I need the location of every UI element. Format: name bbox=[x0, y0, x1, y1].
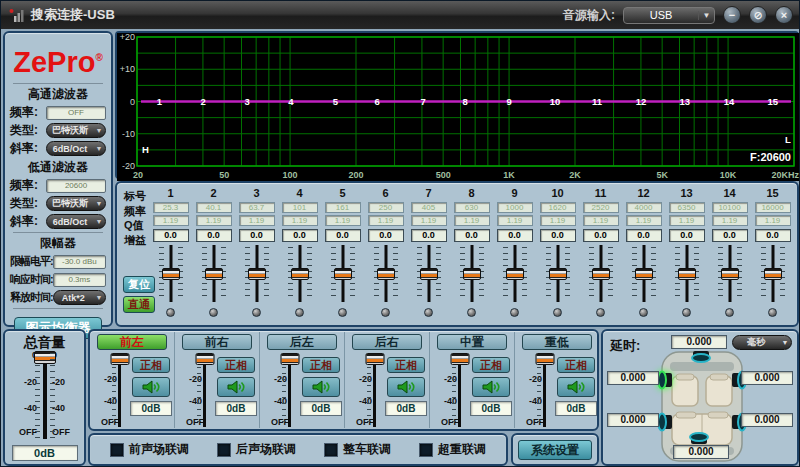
eq-band-frequency-field[interactable]: 161 bbox=[325, 202, 361, 213]
phase-button[interactable]: 正相 bbox=[132, 357, 170, 373]
slider-handle[interactable] bbox=[764, 268, 782, 280]
lpf-slope-select[interactable]: 6dB/Oct ▼ bbox=[46, 214, 106, 229]
eq-band-frequency-field[interactable]: 101 bbox=[282, 202, 318, 213]
slider-handle[interactable] bbox=[195, 353, 214, 365]
speaker-icon-rear-left[interactable] bbox=[657, 411, 673, 433]
channel-gain-value[interactable]: 0dB bbox=[385, 401, 427, 416]
speaker-mute-button[interactable] bbox=[557, 377, 595, 397]
lpf-freq-field[interactable]: 20600 bbox=[46, 179, 106, 193]
eq-band-indicator[interactable] bbox=[510, 308, 519, 317]
speaker-mute-button[interactable] bbox=[387, 377, 425, 397]
eq-band-indicator[interactable] bbox=[553, 308, 562, 317]
eq-band-frequency-field[interactable]: 4000 bbox=[626, 202, 662, 213]
delay-field-rear-right[interactable]: 0.000 bbox=[741, 413, 793, 427]
eq-band-q-field[interactable]: 1.19 bbox=[454, 215, 490, 226]
disconnect-button[interactable]: ⊘ bbox=[749, 6, 767, 24]
eq-band-gain-field[interactable]: 0.0 bbox=[626, 229, 662, 242]
eq-band-indicator[interactable] bbox=[338, 308, 347, 317]
eq-band-gain-slider[interactable] bbox=[414, 245, 444, 302]
eq-band-gain-slider[interactable] bbox=[242, 245, 272, 302]
slider-handle[interactable] bbox=[463, 268, 481, 280]
eq-band-frequency-field[interactable]: 405 bbox=[411, 202, 447, 213]
channel-gain-value[interactable]: 0dB bbox=[470, 401, 512, 416]
eq-band-q-field[interactable]: 1.19 bbox=[325, 215, 361, 226]
system-settings-button[interactable]: 系统设置 bbox=[518, 440, 592, 460]
eq-band-frequency-field[interactable]: 6350 bbox=[669, 202, 705, 213]
eq-band-gain-field[interactable]: 0.0 bbox=[196, 229, 232, 242]
eq-band-q-field[interactable]: 1.19 bbox=[712, 215, 748, 226]
eq-response-graph[interactable]: +20+100-10-2020501002005001K2K5K10K20KHz… bbox=[115, 31, 799, 179]
channel-volume-slider[interactable]: 0-20-40OFF bbox=[434, 353, 470, 429]
eq-band-gain-slider[interactable] bbox=[457, 245, 487, 302]
eq-reset-button[interactable]: 复位 bbox=[123, 276, 155, 293]
source-input-select[interactable]: USB ▼ bbox=[623, 7, 715, 24]
slider-handle[interactable] bbox=[549, 268, 567, 280]
eq-band-frequency-field[interactable]: 1620 bbox=[540, 202, 576, 213]
eq-band-indicator[interactable] bbox=[682, 308, 691, 317]
slider-handle[interactable] bbox=[721, 268, 739, 280]
slider-handle[interactable] bbox=[291, 268, 309, 280]
speaker-mute-button[interactable] bbox=[132, 377, 170, 397]
delay-field-front-right[interactable]: 0.000 bbox=[741, 371, 793, 385]
speaker-mute-button[interactable] bbox=[217, 377, 255, 397]
eq-band-gain-slider[interactable] bbox=[199, 245, 229, 302]
delay-field-subwoofer[interactable]: 0.000 bbox=[673, 445, 729, 459]
eq-band-frequency-field[interactable]: 630 bbox=[454, 202, 490, 213]
checkbox[interactable] bbox=[110, 443, 124, 457]
eq-band-gain-field[interactable]: 0.0 bbox=[368, 229, 404, 242]
eq-band-q-field[interactable]: 1.19 bbox=[669, 215, 705, 226]
phase-button[interactable]: 正相 bbox=[472, 357, 510, 373]
eq-band-gain-field[interactable]: 0.0 bbox=[755, 229, 791, 242]
eq-band-q-field[interactable]: 1.19 bbox=[196, 215, 232, 226]
eq-band-frequency-field[interactable]: 16000 bbox=[755, 202, 791, 213]
eq-band-gain-slider[interactable] bbox=[629, 245, 659, 302]
channel-volume-slider[interactable]: 0-20-40OFF bbox=[519, 353, 555, 429]
speaker-icon-subwoofer[interactable] bbox=[687, 432, 711, 444]
eq-band-gain-field[interactable]: 0.0 bbox=[497, 229, 533, 242]
delay-unit-select[interactable]: 毫秒 ▼ bbox=[732, 335, 792, 350]
eq-band-indicator[interactable] bbox=[596, 308, 605, 317]
eq-band-gain-field[interactable]: 0.0 bbox=[712, 229, 748, 242]
eq-band-gain-field[interactable]: 0.0 bbox=[454, 229, 490, 242]
hpf-slope-select[interactable]: 6dB/Oct ▼ bbox=[46, 141, 106, 156]
eq-band-frequency-field[interactable]: 10100 bbox=[712, 202, 748, 213]
eq-band-frequency-field[interactable]: 25.3 bbox=[153, 202, 189, 213]
channel-gain-value[interactable]: 0dB bbox=[300, 401, 342, 416]
slider-handle[interactable] bbox=[592, 268, 610, 280]
lpf-type-select[interactable]: 巴特沃斯 ▼ bbox=[46, 196, 106, 211]
eq-band-gain-slider[interactable] bbox=[758, 245, 788, 302]
eq-band-gain-field[interactable]: 0.0 bbox=[239, 229, 275, 242]
eq-band-indicator[interactable] bbox=[209, 308, 218, 317]
eq-band-indicator[interactable] bbox=[166, 308, 175, 317]
eq-band-q-field[interactable]: 1.19 bbox=[583, 215, 619, 226]
channel-volume-slider[interactable]: 0-20-40OFF bbox=[94, 353, 130, 429]
phase-button[interactable]: 正相 bbox=[217, 357, 255, 373]
eq-band-q-field[interactable]: 1.19 bbox=[755, 215, 791, 226]
checkbox[interactable] bbox=[324, 443, 338, 457]
channel-gain-value[interactable]: 0dB bbox=[130, 401, 172, 416]
master-volume-slider[interactable]: 0-20-40OFF 0-20-40OFF bbox=[5, 351, 84, 439]
slider-handle[interactable] bbox=[365, 353, 384, 365]
channel-select-button[interactable]: 前右 bbox=[182, 334, 252, 350]
eq-band-gain-slider[interactable] bbox=[586, 245, 616, 302]
slider-handle[interactable] bbox=[34, 351, 56, 364]
eq-band-gain-field[interactable]: 0.0 bbox=[282, 229, 318, 242]
slider-handle[interactable] bbox=[450, 353, 469, 365]
phase-button[interactable]: 正相 bbox=[302, 357, 340, 373]
eq-band-indicator[interactable] bbox=[424, 308, 433, 317]
eq-band-gain-field[interactable]: 0.0 bbox=[411, 229, 447, 242]
master-volume-value[interactable]: 0dB bbox=[12, 445, 78, 461]
eq-band-frequency-field[interactable]: 63.7 bbox=[239, 202, 275, 213]
eq-band-frequency-field[interactable]: 250 bbox=[368, 202, 404, 213]
eq-band-indicator[interactable] bbox=[252, 308, 261, 317]
channel-select-button[interactable]: 中置 bbox=[437, 334, 507, 350]
eq-band-indicator[interactable] bbox=[381, 308, 390, 317]
eq-bypass-button[interactable]: 直通 bbox=[123, 296, 155, 313]
channel-select-button[interactable]: 后右 bbox=[352, 334, 422, 350]
eq-band-q-field[interactable]: 1.19 bbox=[626, 215, 662, 226]
eq-band-frequency-field[interactable]: 40.1 bbox=[196, 202, 232, 213]
limiter-attack-field[interactable]: 0.3ms bbox=[53, 273, 106, 287]
channel-select-button[interactable]: 重低 bbox=[522, 334, 592, 350]
eq-band-q-field[interactable]: 1.19 bbox=[368, 215, 404, 226]
slider-handle[interactable] bbox=[110, 353, 129, 365]
